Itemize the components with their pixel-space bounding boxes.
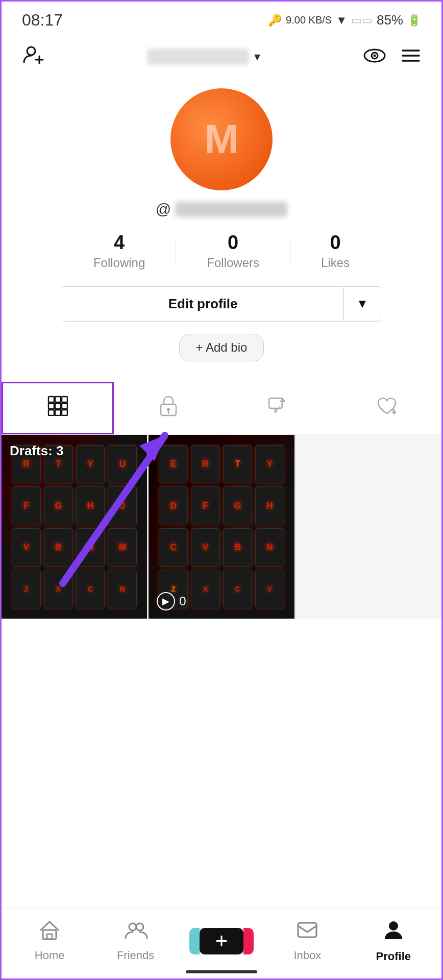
repost-icon [267,396,288,420]
key-U: U [108,445,137,484]
tab-liked[interactable] [332,382,441,434]
username-blurred [147,48,249,65]
action-buttons-row: Edit profile ▼ [62,286,381,322]
edit-profile-dropdown-button[interactable]: ▼ [344,286,381,322]
key-Z: Z [12,570,41,608]
home-label: Home [35,949,65,962]
keyboard-image-2: E R T Y D F G H C V B N Z X C V [149,435,294,619]
network-speed: 9.00 KB/S [286,14,332,26]
nav-right-icons [363,47,421,66]
key-V: V [12,528,41,567]
key-H: H [76,486,105,525]
profile-section: M @ 4 Following 0 Followers 0 Likes Edit… [2,78,441,382]
svg-point-0 [27,47,35,55]
svg-point-33 [389,921,398,930]
username-blurred-text [175,202,287,217]
drafts-label: Drafts: 3 [10,443,63,459]
grid-item-1[interactable]: R T Y U F G H J V B N M Z X C N Drafts: … [2,435,147,619]
profile-label: Profile [376,950,411,963]
friends-icon [124,920,148,945]
key2-N: N [255,528,284,567]
tab-private[interactable] [114,382,223,434]
keyboard-image-1: R T Y U F G H J V B N M Z X C N [2,435,147,619]
svg-rect-15 [48,410,54,415]
key2-X: X [191,570,220,608]
key-J: J [108,486,137,525]
svg-rect-14 [62,403,67,409]
key-M: M [108,528,137,567]
status-bar: 08:17 🔑 9.00 KB/S ▼ ▭▭ 85% 🔋 [2,2,441,35]
visibility-button[interactable] [363,47,386,66]
key-Y: Y [76,445,105,484]
bottom-nav: Home Friends + [2,908,441,978]
stats-row: 4 Following 0 Followers 0 Likes [22,232,421,270]
add-bio-button[interactable]: + Add bio [179,334,264,361]
likes-count: 0 [330,232,340,254]
key2-C2: C [223,570,252,608]
key-X: X [44,570,73,608]
key-C: C [76,570,105,608]
svg-point-30 [129,923,136,930]
inbox-icon [297,920,318,945]
add-button[interactable]: + [189,928,254,954]
home-indicator [186,970,257,973]
key2-G: G [223,486,252,525]
svg-point-5 [374,54,376,57]
play-overlay: ▶ 0 [157,592,186,610]
following-label: Following [93,256,145,270]
menu-button[interactable] [401,47,421,66]
signal-icon: ▭▭ [351,14,373,27]
key2-Y: Y [255,445,284,484]
dropdown-arrow-icon: ▼ [356,297,368,311]
grid-item-2[interactable]: E R T Y D F G H C V B N Z X C V ▶ 0 [149,435,294,619]
key-G: G [44,486,73,525]
battery-icon: 🔋 [407,14,421,27]
key2-R: R [191,445,220,484]
key-N2: N [108,570,137,608]
at-symbol: @ [156,201,171,218]
username-row: @ [156,201,287,218]
following-stat[interactable]: 4 Following [63,232,176,270]
key-F: F [12,486,41,525]
add-user-button[interactable] [22,43,44,70]
chevron-down-icon: ▾ [254,50,260,64]
play-icon: ▶ [157,592,175,610]
play-count: 0 [179,594,186,608]
nav-friends[interactable]: Friends [92,920,178,962]
key-icon: 🔑 [268,14,282,27]
battery-percent: 85% [377,12,403,28]
top-nav: ▾ [2,35,441,78]
followers-stat[interactable]: 0 Followers [176,232,290,270]
avatar[interactable]: M [170,88,273,190]
grid-item-3[interactable] [296,435,441,619]
key2-C: C [159,528,188,567]
edit-profile-button[interactable]: Edit profile [62,286,344,322]
profile-icon [383,919,404,946]
status-time: 08:17 [22,11,63,30]
svg-point-31 [136,923,143,930]
svg-rect-17 [62,410,67,415]
home-icon [39,920,60,945]
nav-home[interactable]: Home [7,920,92,962]
nav-inbox[interactable]: Inbox [264,920,350,962]
tab-grid[interactable] [2,382,114,434]
tab-reposts[interactable] [223,382,332,434]
liked-icon [376,396,398,420]
key2-H: H [255,486,284,525]
lock-icon [159,395,178,421]
svg-rect-21 [269,398,282,408]
followers-label: Followers [207,256,259,270]
key2-E: E [159,445,188,484]
username-dropdown[interactable]: ▾ [147,48,260,65]
nav-add[interactable]: + [179,928,264,954]
svg-rect-13 [55,403,61,409]
svg-rect-11 [62,397,67,402]
content-grid: R T Y U F G H J V B N M Z X C N Drafts: … [2,435,441,619]
key-B: B [44,528,73,567]
grid-icon [47,396,68,421]
following-count: 4 [114,232,125,254]
nav-profile[interactable]: Profile [351,919,436,963]
likes-stat[interactable]: 0 Likes [290,232,380,270]
svg-rect-10 [55,397,61,402]
wifi-icon: ▼ [336,14,347,27]
